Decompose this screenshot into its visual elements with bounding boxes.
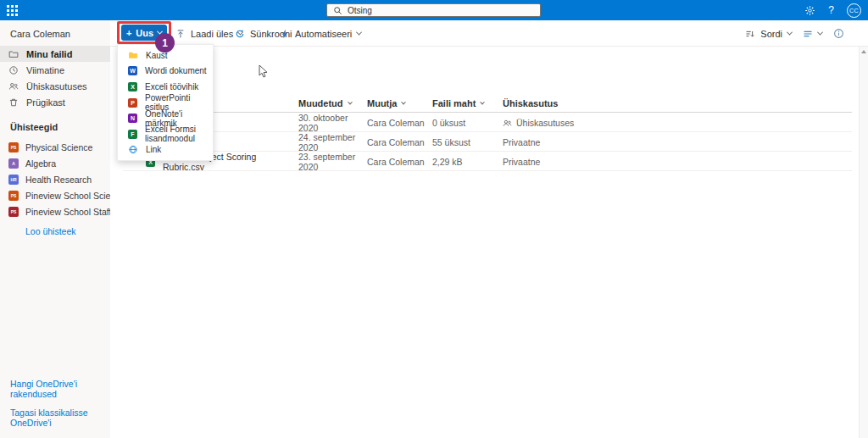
column-header-muudetud[interactable]: Muudetud: [298, 98, 367, 108]
sharing-cell: Privaatne: [503, 137, 852, 147]
file-row[interactable]: 24. september 2020Cara Coleman55 üksustP…: [123, 132, 852, 152]
library-label: Pineview School Science T...: [25, 191, 110, 201]
chevron-down-icon: [481, 100, 486, 105]
library-color-tile: A: [8, 158, 19, 169]
column-header-hiskasutus[interactable]: Ühiskasutus: [503, 98, 852, 108]
create-library-link[interactable]: Loo ühisteek: [25, 226, 76, 236]
automate-label: Automatiseeri: [295, 29, 352, 39]
library-color-tile: HR: [8, 175, 19, 185]
chevron-down-icon: [348, 100, 353, 105]
sidebar-nav-list: Minu failidViimatineÜhiskasutusesPrügika…: [0, 46, 110, 110]
mouse-cursor: [259, 64, 269, 79]
automate-flow-icon: [280, 29, 290, 39]
sync-icon: [235, 29, 245, 39]
powerpointi-esitlus-app-icon: P: [128, 98, 137, 108]
exceli-t-vihik-app-icon: X: [128, 82, 137, 91]
sharing-cell: Ühiskasutuses: [503, 118, 852, 128]
file-size-cell: 55 üksust: [432, 137, 503, 147]
chevron-down-icon: [787, 30, 793, 36]
sidebar-item-hiskasutuses[interactable]: Ühiskasutuses: [0, 78, 110, 94]
sidebar-library-list: PSPhysical ScienceAAlgebraHRHealth Resea…: [0, 139, 110, 219]
new-menu-item-exceli-t-vihik[interactable]: XExceli töövihik: [118, 79, 213, 95]
new-button-label: Uus: [136, 28, 153, 38]
new-menu-item-exceli-formsi-lisandmoodul[interactable]: FExceli Formsi lisandmoodul: [118, 126, 213, 142]
column-header-muutja[interactable]: Muutja: [367, 98, 432, 108]
library-label: Physical Science: [25, 142, 92, 152]
column-header-label: Muutja: [367, 98, 397, 108]
list-view-icon: [803, 29, 813, 39]
modified-by-cell: Cara Coleman: [367, 118, 432, 128]
details-pane-info-icon[interactable]: [833, 28, 844, 39]
sharing-status-label: Privaatne: [503, 157, 540, 167]
menu-item-label: Exceli töövihik: [145, 82, 198, 91]
nav-item-label: Ühiskasutuses: [26, 81, 87, 91]
file-list: MuudetudMuutjaFaili mahtÜhiskasutus 30. …: [123, 95, 852, 171]
nav-item-label: Viimatine: [26, 65, 64, 75]
column-header-label: Ühiskasutus: [503, 98, 558, 108]
onenote-i-m-rkmik-app-icon: N: [128, 114, 137, 123]
library-color-tile: PS: [8, 142, 19, 152]
clock-icon: [8, 65, 19, 75]
menu-item-label: Exceli Formsi lisandmoodul: [145, 125, 213, 143]
scrollbar-up-arrow-icon[interactable]: [861, 50, 866, 53]
sidebar-item-minu-failid[interactable]: Minu failid: [0, 46, 110, 62]
column-header-label: Muudetud: [298, 98, 343, 108]
exceli-formsi-lisandmoodul-app-icon: F: [128, 130, 137, 139]
upload-button[interactable]: Laadi üles: [175, 20, 242, 47]
annotation-step-badge: 1: [155, 33, 175, 53]
sidebar-item-viimatine[interactable]: Viimatine: [0, 62, 110, 78]
app-launcher-waffle-icon[interactable]: [7, 5, 18, 16]
vertical-scrollbar[interactable]: [859, 47, 868, 438]
file-size-cell: 0 üksust: [432, 118, 503, 128]
column-header-label: Faili maht: [432, 98, 476, 108]
sidebar-item-pr-gikast[interactable]: Prügikast: [0, 94, 110, 110]
sidebar-library-algebra[interactable]: AAlgebra: [0, 155, 110, 171]
new-menu-item-onenote-i-m-rkmik[interactable]: NOneNote'i märkmik: [118, 110, 213, 126]
folder-icon: [128, 50, 138, 60]
command-bar: + Uus 1 Laadi üles Sünkrooni Automatisee…: [110, 20, 868, 47]
sort-icon: [745, 29, 755, 39]
library-label: Pineview School Staff: [25, 207, 110, 217]
modified-date-cell: 30. oktoober 2020: [298, 113, 367, 133]
settings-gear-icon[interactable]: [804, 5, 815, 16]
new-menu-item-wordi-dokument[interactable]: WWordi dokument: [118, 64, 213, 80]
footer-link-hangi-onedrive-i-rakendused[interactable]: Hangi OneDrive'i rakendused: [10, 379, 110, 399]
column-header-faili-maht[interactable]: Faili maht: [432, 98, 503, 108]
modified-by-cell: Cara Coleman: [367, 137, 432, 147]
globe-link-icon: [128, 145, 138, 154]
search-icon: [333, 6, 342, 15]
library-label: Algebra: [25, 158, 56, 169]
main-content: + Uus 1 Laadi üles Sünkrooni Automatisee…: [110, 20, 868, 438]
sidebar-library-pineview-school-staff[interactable]: PSPineview School Staff: [0, 203, 110, 219]
sidebar-library-health-research[interactable]: HRHealth Research: [0, 171, 110, 187]
new-menu-item-powerpointi-esitlus[interactable]: PPowerPointi esitlus: [118, 95, 213, 111]
sidebar-library-pineview-school-science-t[interactable]: PSPineview School Science T...: [0, 187, 110, 203]
sidebar-library-physical-science[interactable]: PSPhysical Science: [0, 139, 110, 155]
libraries-section-header: Ühisteegid: [0, 110, 110, 139]
chevron-down-icon: [356, 30, 362, 36]
folder-icon: [8, 49, 19, 59]
modified-date-cell: 23. september 2020: [298, 152, 367, 172]
sharing-cell: Privaatne: [503, 157, 852, 167]
library-label: Health Research: [25, 175, 92, 185]
file-list-header-row: MuudetudMuutjaFaili mahtÜhiskasutus: [123, 95, 852, 113]
sidebar-footer-links: Hangi OneDrive'i rakendusedTagasi klassi…: [10, 379, 110, 428]
footer-link-tagasi-klassikalisse-onedrive-i[interactable]: Tagasi klassikalisse OneDrive'i: [10, 408, 110, 428]
view-options-button[interactable]: [803, 20, 822, 47]
automate-button[interactable]: Automatiseeri: [280, 20, 361, 47]
sort-label: Sordi: [760, 29, 782, 39]
sidebar: Cara Coleman Minu failidViimatineÜhiskas…: [0, 20, 110, 438]
help-icon[interactable]: ?: [828, 4, 834, 16]
library-color-tile: PS: [8, 207, 19, 217]
modified-by-cell: Cara Coleman: [367, 157, 432, 167]
file-row-oceans-project-scoring-rubric-csv[interactable]: XOceans Project Scoring Rubric.csv23. se…: [123, 152, 852, 171]
upload-label: Laadi üles: [191, 29, 233, 39]
sort-button[interactable]: Sordi: [745, 20, 792, 47]
new-menu-item-link[interactable]: Link: [118, 142, 213, 158]
upload-icon: [175, 29, 186, 39]
shared-people-icon: [503, 119, 512, 128]
search-placeholder: Otsing: [348, 6, 372, 15]
account-avatar[interactable]: CC: [847, 3, 861, 18]
search-input[interactable]: Otsing: [326, 3, 541, 17]
file-row[interactable]: 30. oktoober 2020Cara Coleman0 üksustÜhi…: [123, 113, 852, 132]
